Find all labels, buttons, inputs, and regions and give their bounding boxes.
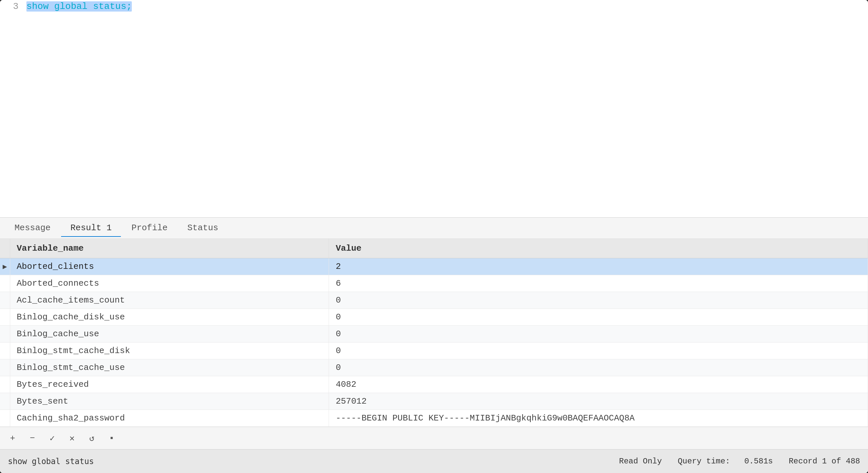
table-row[interactable]: Bytes_sent257012 bbox=[0, 393, 868, 410]
tab-message[interactable]: Message bbox=[5, 220, 60, 237]
table-row[interactable]: Binlog_cache_use0 bbox=[0, 326, 868, 343]
confirm-button[interactable]: ✓ bbox=[45, 431, 59, 446]
cell-variable-name: Aborted_clients bbox=[10, 258, 329, 275]
line-number-3: 3 bbox=[0, 1, 26, 11]
status-bar: show global status Read Only Query time:… bbox=[0, 449, 868, 473]
add-button[interactable]: + bbox=[5, 431, 20, 446]
tab-status[interactable]: Status bbox=[178, 220, 227, 237]
table-row[interactable]: Acl_cache_items_count0 bbox=[0, 292, 868, 309]
results-area: Variable_name Value ▶Aborted_clients2Abo… bbox=[0, 239, 868, 427]
cell-value: 4082 bbox=[329, 376, 868, 393]
table-row[interactable]: Binlog_cache_disk_use0 bbox=[0, 309, 868, 326]
cell-value: 6 bbox=[329, 275, 868, 292]
header-arrow-col bbox=[0, 239, 10, 258]
status-query-text: show global status bbox=[8, 457, 619, 466]
query-time-value: 0.581s bbox=[744, 457, 773, 466]
status-readonly: Read Only bbox=[619, 457, 662, 466]
cell-variable-name: Bytes_received bbox=[10, 376, 329, 393]
results-table: Variable_name Value ▶Aborted_clients2Abo… bbox=[0, 239, 868, 427]
table-row[interactable]: Bytes_received4082 bbox=[0, 376, 868, 393]
remove-button[interactable]: − bbox=[25, 431, 40, 446]
cell-variable-name: Caching_sha2_password bbox=[10, 410, 329, 427]
cell-variable-name: Bytes_sent bbox=[10, 393, 329, 410]
refresh-button[interactable]: ↺ bbox=[85, 431, 99, 446]
header-variable-name: Variable_name bbox=[10, 239, 329, 258]
cell-variable-name: Binlog_stmt_cache_disk bbox=[10, 343, 329, 359]
cell-value: 0 bbox=[329, 292, 868, 309]
row-arrow-cell bbox=[0, 376, 10, 393]
table-row[interactable]: Caching_sha2_password-----BEGIN PUBLIC K… bbox=[0, 410, 868, 427]
status-record: Record 1 of 488 bbox=[789, 457, 860, 466]
cell-variable-name: Acl_cache_items_count bbox=[10, 292, 329, 309]
cell-value: 2 bbox=[329, 258, 868, 275]
more-button[interactable]: ▪ bbox=[104, 431, 119, 446]
row-arrow-cell bbox=[0, 326, 10, 343]
table-row[interactable]: Aborted_connects6 bbox=[0, 275, 868, 292]
cell-value: 0 bbox=[329, 359, 868, 376]
cell-variable-name: Aborted_connects bbox=[10, 275, 329, 292]
cell-variable-name: Binlog_cache_disk_use bbox=[10, 309, 329, 326]
status-right: Read Only Query time: 0.581s Record 1 of… bbox=[619, 457, 860, 466]
cell-value: 0 bbox=[329, 309, 868, 326]
row-arrow-cell bbox=[0, 309, 10, 326]
table-row[interactable]: Binlog_stmt_cache_use0 bbox=[0, 359, 868, 376]
cell-value: 0 bbox=[329, 326, 868, 343]
code-selected-text: show global status; bbox=[26, 1, 132, 11]
cell-value: -----BEGIN PUBLIC KEY-----MIIBIjANBgkqhk… bbox=[329, 410, 868, 427]
cell-value: 257012 bbox=[329, 393, 868, 410]
code-content-3: show global status; bbox=[26, 1, 868, 11]
row-arrow-cell bbox=[0, 275, 10, 292]
row-arrow-cell bbox=[0, 359, 10, 376]
status-query-time: Query time: 0.581s bbox=[678, 457, 773, 466]
code-editor: 3 show global status; bbox=[0, 0, 868, 217]
table-header-row: Variable_name Value bbox=[0, 239, 868, 258]
code-line-3: 3 show global status; bbox=[0, 0, 868, 13]
table-row[interactable]: Binlog_stmt_cache_disk0 bbox=[0, 343, 868, 359]
tabs-bar: Message Result 1 Profile Status bbox=[0, 218, 868, 239]
row-arrow-cell: ▶ bbox=[0, 258, 10, 275]
row-arrow-cell bbox=[0, 410, 10, 427]
toolbar-area: + − ✓ ✕ ↺ ▪ bbox=[0, 427, 868, 449]
tab-profile[interactable]: Profile bbox=[122, 220, 177, 237]
row-arrow-cell bbox=[0, 393, 10, 410]
main-container: 3 show global status; Message Result 1 P… bbox=[0, 0, 868, 473]
row-arrow-cell bbox=[0, 292, 10, 309]
header-value: Value bbox=[329, 239, 868, 258]
cell-variable-name: Binlog_stmt_cache_use bbox=[10, 359, 329, 376]
cell-value: 0 bbox=[329, 343, 868, 359]
table-row[interactable]: ▶Aborted_clients2 bbox=[0, 258, 868, 275]
table-body: ▶Aborted_clients2Aborted_connects6Acl_ca… bbox=[0, 258, 868, 427]
row-arrow-cell bbox=[0, 343, 10, 359]
tab-result1[interactable]: Result 1 bbox=[61, 220, 121, 237]
cancel-button[interactable]: ✕ bbox=[65, 431, 79, 446]
cell-variable-name: Binlog_cache_use bbox=[10, 326, 329, 343]
query-time-label: Query time: bbox=[678, 457, 730, 466]
bottom-panel: Message Result 1 Profile Status Variable… bbox=[0, 217, 868, 473]
